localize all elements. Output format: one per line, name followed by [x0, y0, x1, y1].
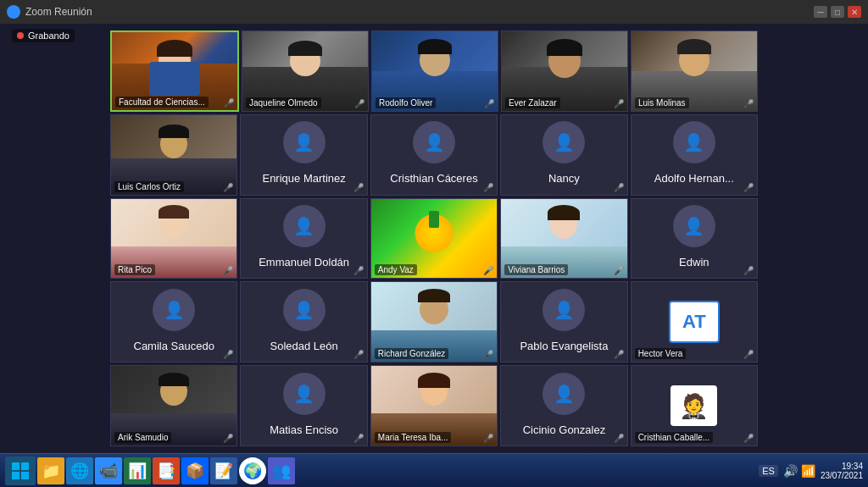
participant-name-cristhiancaballe: Cristhian Caballe...: [635, 432, 713, 443]
participant-name-adolfo: Adolfo Hernan...: [651, 169, 737, 188]
recording-dot-icon: [17, 32, 24, 39]
excel-icon[interactable]: 📊: [124, 457, 151, 484]
participant-cell-cicinio[interactable]: 👤 Cicinio Gonzalez 🎤: [500, 365, 627, 446]
participant-name-mariateresa: Maria Teresa Iba...: [375, 432, 452, 443]
network-icon[interactable]: 📶: [801, 464, 815, 478]
participant-name-rodolfo: Rodolfo Oliver: [376, 97, 436, 108]
mic-icon-adolfo: 🎤: [743, 183, 754, 192]
participant-cell-adolfo[interactable]: 👤 Adolfo Hernan... 🎤: [631, 114, 758, 196]
mic-icon-ever: 🎤: [614, 99, 624, 108]
svg-rect-2: [12, 472, 19, 479]
participant-cell-pablo[interactable]: 👤 Pablo Evangelista 🎤: [500, 281, 627, 362]
windows-logo-icon: [11, 462, 30, 480]
video-row-1: Facultad de Ciencias... 🎤 Jaqueline Olme…: [110, 30, 758, 112]
mic-icon-luis: 🎤: [743, 99, 754, 108]
mic-icon-camila: 🎤: [223, 350, 233, 359]
avatar-enrique: 👤: [283, 121, 326, 163]
video-row-3: Rita Pico 🎤 👤 Emmanuel Doldán 🎤 Andy Vaz…: [110, 198, 758, 279]
participant-name-emmanuel: Emmanuel Doldán: [255, 252, 353, 272]
participant-cell-rita[interactable]: Rita Pico 🎤: [110, 198, 237, 279]
mic-icon-nancy: 🎤: [614, 183, 624, 192]
teams-icon[interactable]: 👥: [268, 457, 295, 484]
mic-icon-cristhiancaballe: 🎤: [743, 434, 754, 443]
participant-name-ever: Ever Zalazar: [505, 97, 560, 108]
avatar-pablo: 👤: [542, 289, 585, 331]
avatar-adolfo: 👤: [673, 121, 715, 163]
close-button[interactable]: ✕: [848, 6, 861, 18]
participant-name-rita: Rita Pico: [114, 264, 155, 275]
participant-name-arik: Arik Samudio: [114, 432, 171, 443]
participant-cell-ever[interactable]: Ever Zalazar 🎤: [501, 30, 628, 112]
powerpoint-icon[interactable]: 📑: [153, 457, 180, 484]
mic-icon-matias: 🎤: [353, 434, 364, 443]
participant-name-cicinio: Cicinio Gonzalez: [520, 420, 609, 440]
participant-cell-facultad[interactable]: Facultad de Ciencias... 🎤: [110, 30, 239, 112]
avatar-matias: 👤: [283, 373, 326, 415]
mic-icon-emmanuel: 🎤: [353, 266, 364, 275]
mic-icon-cristhian: 🎤: [483, 183, 493, 192]
file-explorer-icon[interactable]: 📁: [37, 457, 64, 484]
participant-cell-mariateresa[interactable]: Maria Teresa Iba... 🎤: [370, 365, 498, 446]
participant-cell-soledad[interactable]: 👤 Soledad León 🎤: [240, 281, 367, 362]
svg-rect-0: [12, 462, 19, 470]
participant-cell-luiscarlos[interactable]: Luis Carlos Ortiz 🎤: [110, 114, 237, 196]
word-icon[interactable]: 📝: [210, 457, 237, 484]
participant-name-andy: Andy Vaz: [375, 264, 417, 275]
participant-cell-camila[interactable]: 👤 Camila Saucedo 🎤: [110, 281, 237, 362]
participant-name-soledad: Soledad León: [266, 336, 341, 356]
mic-icon-enrique: 🎤: [353, 183, 364, 192]
participant-cell-arik[interactable]: Arik Samudio 🎤: [110, 365, 237, 446]
svg-rect-3: [21, 472, 29, 479]
mic-icon-edwin: 🎤: [743, 266, 754, 275]
maximize-button[interactable]: □: [831, 6, 844, 18]
main-content: Facultad de Ciencias... 🎤 Jaqueline Olme…: [0, 24, 868, 453]
at-logo-icon: AT: [669, 301, 720, 343]
participant-cell-hector[interactable]: AT Hector Vera 🎤: [631, 281, 758, 362]
avatar-soledad: 👤: [283, 289, 326, 331]
taskbar-left: 📁 🌐 📹 📊 📑 📦 📝 🌍 👥: [5, 457, 295, 485]
avatar-nancy: 👤: [542, 121, 585, 163]
participant-name-luis: Luis Molinas: [635, 97, 689, 108]
participant-name-richard: Richard González: [375, 348, 448, 359]
taskbar: 📁 🌐 📹 📊 📑 📦 📝 🌍 👥 ES 🔊 📶 19:34 23/07/202…: [0, 453, 868, 487]
recording-label: Grabando: [28, 30, 70, 41]
participant-name-matias: Matias Enciso: [266, 420, 342, 440]
svg-rect-1: [21, 462, 29, 470]
mic-icon-arik: 🎤: [223, 434, 233, 443]
zoom-taskbar-icon[interactable]: 📹: [95, 457, 122, 484]
participant-cell-jaqueline[interactable]: Jaqueline Olmedo 🎤: [242, 30, 369, 112]
dropbox-icon[interactable]: 📦: [181, 457, 209, 484]
volume-icon[interactable]: 🔊: [783, 464, 798, 478]
participant-cell-emmanuel[interactable]: 👤 Emmanuel Doldán 🎤: [240, 198, 367, 279]
avatar-emmanuel: 👤: [283, 205, 326, 247]
participant-cell-viviana[interactable]: Viviana Barrios 🎤: [500, 198, 627, 279]
participant-name-facultad: Facultad de Ciencias...: [115, 97, 209, 108]
participant-cell-cristhiancaballe[interactable]: 🤵 Cristhian Caballe... 🎤: [631, 365, 758, 446]
start-button[interactable]: [5, 457, 36, 485]
title-bar-controls[interactable]: ─ □ ✕: [814, 6, 861, 18]
chrome-icon[interactable]: 🌍: [239, 457, 266, 484]
participant-cell-edwin[interactable]: 👤 Edwin 🎤: [631, 198, 758, 279]
minimize-button[interactable]: ─: [814, 6, 827, 18]
mic-muted-icon: 🎤: [224, 98, 234, 108]
ie-icon[interactable]: 🌐: [66, 457, 93, 484]
clock: 19:34 23/07/2021: [821, 462, 863, 480]
participant-cell-luis[interactable]: Luis Molinas 🎤: [631, 30, 758, 112]
mic-icon-richard: 🎤: [483, 350, 493, 359]
title-bar-title: Zoom Reunión: [25, 6, 92, 18]
time-display: 19:34: [821, 462, 863, 471]
participant-cell-andy[interactable]: Andy Vaz 🎤: [370, 198, 498, 279]
participant-cell-nancy[interactable]: 👤 Nancy 🎤: [500, 114, 627, 196]
mic-icon-hector: 🎤: [743, 350, 754, 359]
participant-cell-enrique[interactable]: 👤 Enrique Martinez 🎤: [240, 114, 367, 196]
video-row-5: Arik Samudio 🎤 👤 Matias Enciso 🎤 Maria T…: [110, 365, 758, 446]
participant-cell-rodolfo[interactable]: Rodolfo Oliver 🎤: [371, 30, 498, 112]
participant-cell-richard[interactable]: Richard González 🎤: [370, 281, 498, 362]
participant-cell-cristhian[interactable]: 👤 Cristhian Cáceres 🎤: [370, 114, 498, 196]
mic-icon-rodolfo: 🎤: [484, 99, 494, 108]
recording-badge: Grabando: [12, 29, 75, 42]
participant-name-enrique: Enrique Martinez: [259, 169, 348, 188]
participant-cell-matias[interactable]: 👤 Matias Enciso 🎤: [240, 365, 367, 446]
avatar-camila: 👤: [153, 289, 195, 331]
title-bar-left: Zoom Reunión: [7, 5, 92, 19]
